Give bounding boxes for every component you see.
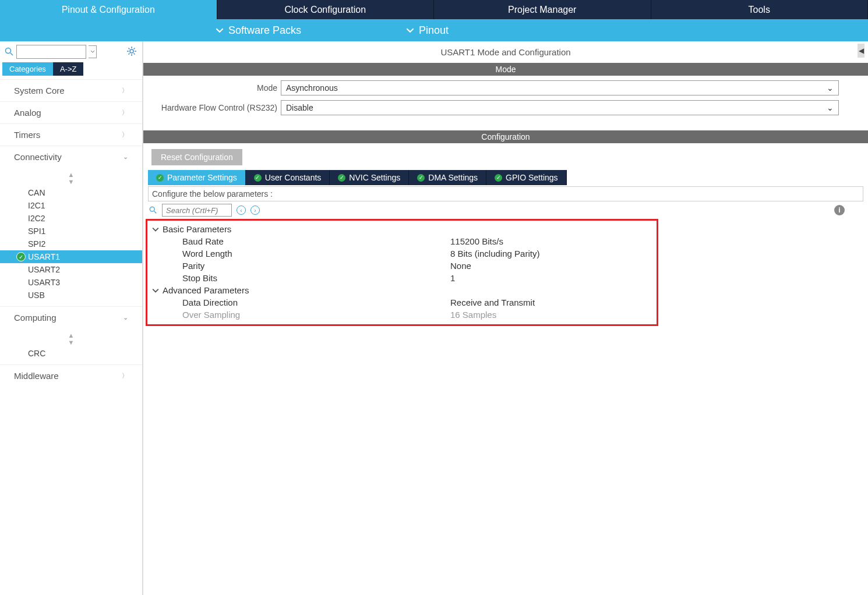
periph-crc[interactable]: CRC — [0, 347, 142, 360]
group-label: Advanced Parameters — [163, 285, 249, 295]
sidebar-tab-az[interactable]: A->Z — [53, 62, 84, 76]
menu-pinout[interactable]: Pinout — [406, 24, 449, 37]
chevron-down-icon — [152, 287, 159, 294]
param-data-direction[interactable]: Data Direction Receive and Transmit — [150, 296, 654, 309]
params-header: Configure the below parameters : — [148, 186, 863, 201]
tab-nvic-settings[interactable]: ✓NVIC Settings — [330, 170, 409, 185]
category-label: Connectivity — [14, 152, 62, 162]
tab-tools[interactable]: Tools — [651, 0, 869, 19]
category-computing: Computing ⌄ ▲▼ CRC — [0, 306, 142, 364]
gear-icon — [126, 45, 137, 57]
tab-dma-settings[interactable]: ✓DMA Settings — [409, 170, 486, 185]
tab-pinout-config[interactable]: Pinout & Configuration — [0, 0, 217, 19]
category-header-middleware[interactable]: Middleware 〉 — [0, 365, 142, 387]
hwflow-select[interactable]: Disable ⌄ — [281, 100, 839, 115]
params-search-input[interactable] — [162, 204, 232, 217]
chevron-down-icon — [406, 26, 414, 34]
search-icon — [149, 206, 157, 214]
chevron-down-icon: ⌄ — [827, 103, 834, 112]
sidebar-search-dropdown[interactable] — [89, 45, 97, 58]
category-header-system-core[interactable]: System Core 〉 — [0, 80, 142, 101]
tab-gpio-settings[interactable]: ✓GPIO Settings — [486, 170, 566, 185]
tab-label: GPIO Settings — [506, 173, 558, 182]
search-icon — [5, 47, 14, 56]
category-header-computing[interactable]: Computing ⌄ — [0, 307, 142, 328]
config-tabs: ✓Parameter Settings ✓User Constants ✓NVI… — [148, 170, 868, 185]
drag-handle-icon[interactable]: ▲▼ — [0, 331, 142, 347]
mode-select[interactable]: Asynchronous ⌄ — [281, 80, 839, 95]
tab-label: DMA Settings — [428, 173, 478, 182]
check-icon: ✓ — [156, 174, 164, 182]
category-analog: Analog 〉 — [0, 101, 142, 123]
category-header-timers[interactable]: Timers 〉 — [0, 124, 142, 146]
sidebar-search-row — [0, 41, 142, 62]
chevron-right-icon: 〉 — [122, 86, 128, 95]
category-header-analog[interactable]: Analog 〉 — [0, 102, 142, 123]
periph-usb[interactable]: USB — [0, 289, 142, 302]
tab-user-constants[interactable]: ✓User Constants — [246, 170, 330, 185]
periph-can[interactable]: CAN — [0, 186, 142, 199]
category-system-core: System Core 〉 — [0, 79, 142, 101]
param-value: Receive and Transmit — [450, 298, 654, 307]
periph-usart3[interactable]: USART3 — [0, 276, 142, 289]
menu-software-packs-label: Software Packs — [228, 24, 301, 37]
category-label: System Core — [14, 86, 65, 95]
periph-spi2[interactable]: SPI2 — [0, 238, 142, 250]
sidebar: Categories A->Z System Core 〉 Analog 〉 T… — [0, 41, 143, 595]
info-button[interactable]: i — [834, 205, 845, 215]
periph-usart1[interactable]: ✓ USART1 — [0, 250, 142, 263]
category-timers: Timers 〉 — [0, 123, 142, 146]
reset-config-button[interactable]: Reset Configuration — [151, 149, 242, 165]
sidebar-tabs: Categories A->Z — [0, 62, 142, 76]
svg-point-2 — [130, 49, 133, 53]
group-advanced-parameters[interactable]: Advanced Parameters — [150, 284, 654, 296]
param-value: 16 Samples — [450, 310, 654, 320]
param-baud-rate[interactable]: Baud Rate 115200 Bits/s — [150, 235, 654, 247]
sidebar-search-input[interactable] — [16, 45, 86, 59]
tab-project-manager[interactable]: Project Manager — [434, 0, 651, 19]
param-name: Parity — [182, 261, 450, 271]
sidebar-tab-categories[interactable]: Categories — [2, 62, 53, 76]
chevron-right-icon: 〉 — [122, 130, 128, 139]
periph-spi1[interactable]: SPI1 — [0, 225, 142, 238]
tab-clock-config[interactable]: Clock Configuration — [217, 0, 435, 19]
periph-i2c2[interactable]: I2C2 — [0, 212, 142, 225]
param-stop-bits[interactable]: Stop Bits 1 — [150, 272, 654, 284]
next-button[interactable]: › — [250, 206, 260, 215]
config-section-header: Configuration — [143, 130, 868, 143]
category-label: Analog — [14, 108, 41, 118]
periph-label: USART1 — [28, 252, 60, 261]
prev-button[interactable]: ‹ — [237, 206, 246, 215]
menu-software-packs[interactable]: Software Packs — [216, 24, 301, 37]
periph-i2c1[interactable]: I2C1 — [0, 199, 142, 212]
group-label: Basic Parameters — [163, 224, 231, 234]
param-parity[interactable]: Parity None — [150, 260, 654, 272]
params-toolbar: ‹ › i — [143, 201, 868, 219]
category-header-connectivity[interactable]: Connectivity ⌄ — [0, 146, 142, 168]
tab-label: NVIC Settings — [349, 173, 400, 182]
chevron-down-icon — [216, 26, 224, 34]
config-title: USART1 Mode and Configuration — [143, 41, 868, 63]
category-label: Timers — [14, 130, 40, 140]
param-name: Word Length — [182, 249, 450, 258]
param-name: Stop Bits — [182, 273, 450, 283]
param-name: Over Sampling — [182, 310, 450, 320]
tab-label: User Constants — [265, 173, 321, 182]
settings-gear-button[interactable] — [126, 45, 137, 59]
drag-handle-icon[interactable]: ▲▼ — [0, 170, 142, 186]
param-name: Data Direction — [182, 298, 450, 307]
menu-pinout-label: Pinout — [419, 24, 449, 37]
panel-collapse-button[interactable]: ◀ — [858, 44, 865, 58]
periph-usart2[interactable]: USART2 — [0, 263, 142, 276]
chevron-down-icon: ⌄ — [123, 314, 128, 321]
check-icon: ✓ — [495, 174, 502, 182]
group-basic-parameters[interactable]: Basic Parameters — [150, 223, 654, 235]
param-word-length[interactable]: Word Length 8 Bits (including Parity) — [150, 247, 654, 260]
mode-select-value: Asynchronous — [286, 83, 338, 93]
sub-bar: Software Packs Pinout — [0, 19, 868, 41]
chevron-down-icon: ⌄ — [827, 83, 834, 93]
tab-parameter-settings[interactable]: ✓Parameter Settings — [148, 170, 246, 185]
category-label: Computing — [14, 313, 57, 323]
svg-line-1 — [10, 53, 13, 55]
hwflow-label: Hardware Flow Control (RS232) — [153, 103, 281, 112]
